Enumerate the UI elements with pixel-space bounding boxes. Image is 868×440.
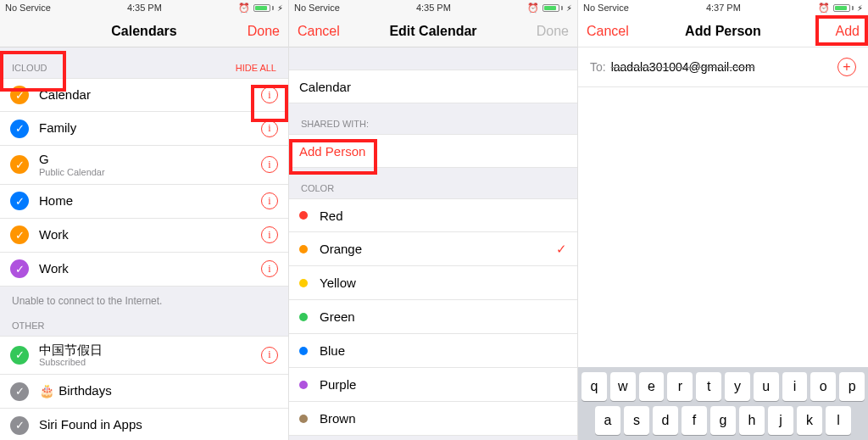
checkmark-icon: ✓ xyxy=(556,242,567,257)
key-s[interactable]: s xyxy=(624,406,649,435)
calendar-checkmark-icon[interactable]: ✓ xyxy=(10,346,29,365)
info-icon[interactable]: i xyxy=(261,120,278,137)
screen-add-person: No Service 4:37 PM ⏰ ⚡︎ Cancel Add Perso… xyxy=(578,0,868,440)
add-contact-icon[interactable]: + xyxy=(837,58,856,76)
color-row[interactable]: Orange ✓ xyxy=(289,232,577,266)
color-name: Yellow xyxy=(320,276,356,290)
internet-warning: Unable to connect to the Internet. xyxy=(0,287,288,315)
info-icon[interactable]: i xyxy=(261,192,278,209)
key-j[interactable]: j xyxy=(768,406,793,435)
status-right: ⏰ ⚡︎ xyxy=(238,3,283,14)
charging-icon: ⚡︎ xyxy=(277,3,283,13)
done-button[interactable]: Done xyxy=(239,15,288,47)
screen-edit-calendar: No Service 4:35 PM ⏰ ⚡︎ Cancel Edit Cale… xyxy=(289,0,578,440)
calendar-row[interactable]: ✓ Siri Found in Apps xyxy=(0,409,288,440)
calendar-row[interactable]: ✓ Home i xyxy=(0,185,288,219)
calendar-sub: Public Calendar xyxy=(39,167,105,177)
info-icon[interactable]: i xyxy=(261,156,278,173)
key-h[interactable]: h xyxy=(739,406,765,435)
key-d[interactable]: d xyxy=(653,406,678,435)
calendar-name: Work xyxy=(39,262,69,276)
status-time: 4:35 PM xyxy=(127,3,162,13)
color-name: Brown xyxy=(320,411,356,426)
calendar-row[interactable]: ✓ Work i xyxy=(0,219,288,253)
color-dot-icon xyxy=(299,245,308,253)
to-label: To: xyxy=(590,60,606,74)
nav-bar: Cancel Add Person Add xyxy=(578,15,868,47)
key-r[interactable]: r xyxy=(667,372,693,401)
calendar-row[interactable]: ✓ GPublic Calendar i xyxy=(0,146,288,185)
color-dot-icon xyxy=(299,279,308,287)
section-header-icloud: ICLOUD HIDE ALL xyxy=(0,47,288,78)
color-name: Red xyxy=(320,209,343,223)
color-row[interactable]: Blue xyxy=(289,334,577,368)
to-field-row[interactable]: To: laadala301004@gmail.com + xyxy=(578,47,868,87)
key-e[interactable]: e xyxy=(639,372,665,401)
add-person-label: Add Person xyxy=(299,144,365,159)
key-w[interactable]: w xyxy=(610,372,636,401)
key-o[interactable]: o xyxy=(810,372,836,401)
key-g[interactable]: g xyxy=(710,406,736,435)
cancel-button[interactable]: Cancel xyxy=(289,15,348,47)
calendar-row[interactable]: ✓ Calendar i xyxy=(0,78,288,112)
calendar-checkmark-icon[interactable]: ✓ xyxy=(10,86,29,104)
calendar-checkmark-icon[interactable]: ✓ xyxy=(10,382,29,401)
color-row[interactable]: Brown xyxy=(289,402,577,436)
hide-all-button[interactable]: HIDE ALL xyxy=(236,63,276,73)
key-l[interactable]: l xyxy=(826,406,851,435)
color-dot-icon xyxy=(299,347,308,355)
keyboard: qwertyuiop asdfghjkl xyxy=(578,367,868,440)
info-icon[interactable]: i xyxy=(261,347,278,364)
key-f[interactable]: f xyxy=(682,406,707,435)
nav-title: Calendars xyxy=(111,24,176,39)
key-u[interactable]: u xyxy=(754,372,779,401)
calendar-name: Family xyxy=(39,121,76,136)
color-row[interactable]: Red xyxy=(289,198,577,232)
calendar-checkmark-icon[interactable]: ✓ xyxy=(10,226,29,244)
color-row[interactable]: Green xyxy=(289,300,577,334)
calendar-name: 中国节假日 xyxy=(39,343,103,358)
carrier-text: No Service xyxy=(583,3,629,13)
calendar-checkmark-icon[interactable]: ✓ xyxy=(10,416,29,435)
color-name: Blue xyxy=(320,343,345,358)
calendar-checkmark-icon[interactable]: ✓ xyxy=(10,259,29,278)
key-i[interactable]: i xyxy=(782,372,808,401)
cancel-button[interactable]: Cancel xyxy=(578,15,637,47)
color-dot-icon xyxy=(299,211,308,220)
calendar-checkmark-icon[interactable]: ✓ xyxy=(10,155,29,174)
calendar-row[interactable]: ✓ 中国节假日Subscribed i xyxy=(0,336,288,376)
add-person-cell[interactable]: Add Person xyxy=(289,134,577,168)
calendar-name-cell[interactable]: Calendar xyxy=(289,70,577,103)
info-icon[interactable]: i xyxy=(261,86,278,103)
key-q[interactable]: q xyxy=(581,372,607,401)
calendar-name: Home xyxy=(39,194,73,209)
calendar-name: 🎂 Birthdays xyxy=(39,384,112,398)
color-dot-icon xyxy=(299,313,308,321)
info-icon[interactable]: i xyxy=(261,226,278,243)
carrier-text: No Service xyxy=(294,3,340,13)
section-header-color: COLOR xyxy=(289,168,577,198)
status-bar: No Service 4:35 PM ⏰ ⚡︎ xyxy=(289,0,577,15)
status-time: 4:35 PM xyxy=(416,3,451,13)
calendar-row[interactable]: ✓ 🎂 Birthdays xyxy=(0,375,288,409)
info-icon[interactable]: i xyxy=(261,260,278,277)
alarm-icon: ⏰ xyxy=(238,3,250,14)
key-k[interactable]: k xyxy=(797,406,822,435)
calendar-checkmark-icon[interactable]: ✓ xyxy=(10,192,29,210)
screen-calendars: No Service 4:35 PM ⏰ ⚡︎ Calendars Done I… xyxy=(0,0,289,440)
calendar-row[interactable]: ✓ Work i xyxy=(0,253,288,287)
key-p[interactable]: p xyxy=(839,372,865,401)
charging-icon: ⚡︎ xyxy=(566,3,572,13)
color-row[interactable]: Purple xyxy=(289,368,577,402)
key-t[interactable]: t xyxy=(696,372,721,401)
key-a[interactable]: a xyxy=(595,406,620,435)
color-dot-icon xyxy=(299,415,308,423)
nav-bar: Calendars Done xyxy=(0,15,288,47)
color-name: Purple xyxy=(320,377,356,392)
color-row[interactable]: Yellow xyxy=(289,266,577,300)
calendar-checkmark-icon[interactable]: ✓ xyxy=(10,120,29,138)
add-button[interactable]: Add xyxy=(827,15,868,47)
calendar-row[interactable]: ✓ Family i xyxy=(0,112,288,146)
calendar-sub: Subscribed xyxy=(39,357,103,367)
key-y[interactable]: y xyxy=(725,372,750,401)
